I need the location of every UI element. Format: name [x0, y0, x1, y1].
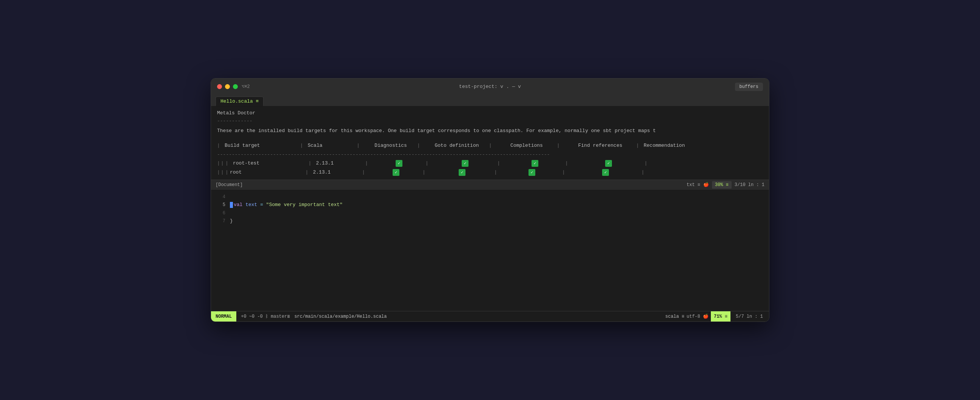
- top-statusline: [Document] txt ≡ 🍎 30% ≡ 3/10 ln : 1: [211, 179, 769, 190]
- doctor-section: Metals Doctor ------------ These are the…: [211, 106, 769, 141]
- apple-icon: 🍎: [703, 181, 709, 188]
- bottom-statusline: NORMAL +0 ~0 -0 ᛒ master≣ src/main/scala…: [211, 311, 769, 322]
- table-row: | | | root | 2.13.1 | ✓ | ✓ | ✓ | ✓ |: [217, 168, 763, 176]
- col-sep3: |: [357, 141, 364, 150]
- indent2: |: [221, 168, 225, 176]
- row1-sep5: |: [565, 159, 573, 168]
- line-number-active: 5: [214, 201, 225, 209]
- row1-comp: ✓: [505, 159, 565, 168]
- statusline-top-right: txt ≡ 🍎 30% ≡ 3/10 ln : 1: [687, 181, 764, 189]
- row1-sep2: |: [365, 159, 372, 168]
- checkmark-icon: ✓: [396, 160, 402, 167]
- cursor-block: [230, 202, 233, 208]
- col-sep6: |: [557, 141, 564, 150]
- row1-sep6: |: [644, 159, 652, 168]
- table-hr: ----------------------------------------…: [217, 150, 550, 159]
- traffic-lights: [217, 84, 238, 89]
- checkmark-icon: ✓: [605, 160, 612, 167]
- row2-sep3: |: [422, 168, 430, 176]
- position-bottom: 5/7 ln : 1: [733, 314, 766, 319]
- keyword-val: val: [234, 201, 242, 209]
- row2-sep2: |: [362, 168, 369, 176]
- col-goto-header: Goto definition: [425, 141, 489, 150]
- row2-scala: 2.13.1: [313, 168, 362, 176]
- row1-sep1: |: [309, 159, 316, 168]
- code-line-6: 6: [211, 210, 769, 217]
- shortcut-label: ⌥⌘2: [242, 84, 250, 89]
- row1-scala: 2.13.1: [316, 159, 365, 168]
- buffers-button[interactable]: buffers: [735, 83, 763, 91]
- content-area: Metals Doctor ------------ These are the…: [211, 106, 769, 311]
- line-number: 7: [214, 217, 225, 225]
- maximize-button[interactable]: [233, 84, 238, 89]
- doctor-title: Metals Doctor: [217, 110, 763, 117]
- row1-diag: ✓: [372, 159, 425, 168]
- tab-hello-scala[interactable]: Hello.scala ≡: [216, 97, 264, 106]
- code-string: "Some very important text": [266, 201, 343, 209]
- col-build-header: Build target: [224, 141, 300, 150]
- col-sep7: |: [636, 141, 644, 150]
- doctor-separator: ------------: [217, 117, 763, 125]
- terminal-window: ⌥⌘2 test-project: v . — v buffers Hello.…: [211, 78, 769, 322]
- col-diag-header: Diagnostics: [364, 141, 417, 150]
- indent3: |: [225, 168, 230, 176]
- row1-sep3: |: [425, 159, 433, 168]
- indent2: |: [221, 159, 225, 168]
- checkmark-icon: ✓: [393, 169, 399, 176]
- row1-goto: ✓: [433, 159, 497, 168]
- row2-comp: ✓: [502, 168, 562, 176]
- col-rec-header: Recommendation: [644, 141, 704, 150]
- row1-find: ✓: [573, 159, 644, 168]
- mode-badge: NORMAL: [211, 311, 236, 322]
- window-title: test-project: v . — v: [459, 84, 521, 89]
- editor-section: 4 5 val text = "Some very important text…: [211, 190, 769, 266]
- language-label: scala ≡: [665, 314, 684, 319]
- col-sep2: |: [300, 141, 308, 150]
- checkmark-icon: ✓: [462, 160, 468, 167]
- col-sep5: |: [489, 141, 496, 150]
- close-button[interactable]: [217, 84, 222, 89]
- row2-sep5: |: [562, 168, 570, 176]
- checkmark-icon: ✓: [459, 169, 466, 176]
- row2-find: ✓: [570, 168, 641, 176]
- code-brace: }: [230, 217, 233, 225]
- filetype-label: txt ≡: [687, 181, 700, 188]
- indent1: |: [217, 168, 221, 176]
- code-line-4: 4: [211, 193, 769, 201]
- row2-sep4: |: [494, 168, 502, 176]
- build-targets-table: | Build target | Scala | Diagnostics | G…: [211, 141, 769, 179]
- encoding-label: utf-8 🍎: [687, 314, 709, 319]
- checkmark-icon: ✓: [531, 160, 538, 167]
- code-identifier: text: [242, 201, 257, 209]
- filepath-label: src/main/scala/example/Hello.scala: [294, 314, 387, 319]
- row1-name: root-test: [233, 159, 309, 168]
- row2-goto: ✓: [430, 168, 494, 176]
- col-scala-header: Scala: [308, 141, 357, 150]
- git-status: +0 ~0 -0 ᛒ master≣: [236, 314, 294, 319]
- line-number: 6: [214, 210, 225, 217]
- col-sep4: |: [417, 141, 425, 150]
- code-operator: =: [257, 201, 266, 209]
- table-row: | | | root-test | 2.13.1 | ✓ | ✓ | ✓ | ✓…: [217, 159, 763, 168]
- doctor-description: These are the installed build targets fo…: [217, 127, 763, 135]
- position-label: 3/10 ln : 1: [735, 181, 764, 188]
- indent3: |: [225, 159, 233, 168]
- col-sep: |: [217, 141, 224, 150]
- row2-diag: ✓: [369, 168, 422, 176]
- titlebar: ⌥⌘2 test-project: v . — v buffers: [211, 78, 769, 95]
- code-line-7: 7 }: [211, 217, 769, 225]
- table-header-row: | Build target | Scala | Diagnostics | G…: [217, 141, 763, 150]
- row2-sep6: |: [641, 168, 649, 176]
- minimize-button[interactable]: [225, 84, 230, 89]
- checkmark-icon: ✓: [528, 169, 535, 176]
- row1-sep4: |: [497, 159, 505, 168]
- line-number: 4: [214, 193, 225, 201]
- table-separator-row: ----------------------------------------…: [217, 150, 763, 159]
- col-comp-header: Completions: [496, 141, 557, 150]
- col-find-header: Find references: [564, 141, 636, 150]
- indent1: |: [217, 159, 221, 168]
- empty-editor-space: [211, 266, 769, 311]
- tab-bar: Hello.scala ≡: [211, 95, 769, 106]
- status-right-group: scala ≡ utf-8 🍎 71% ≡ 5/7 ln : 1: [665, 311, 769, 322]
- scroll-percent-bottom: 71% ≡: [711, 311, 730, 322]
